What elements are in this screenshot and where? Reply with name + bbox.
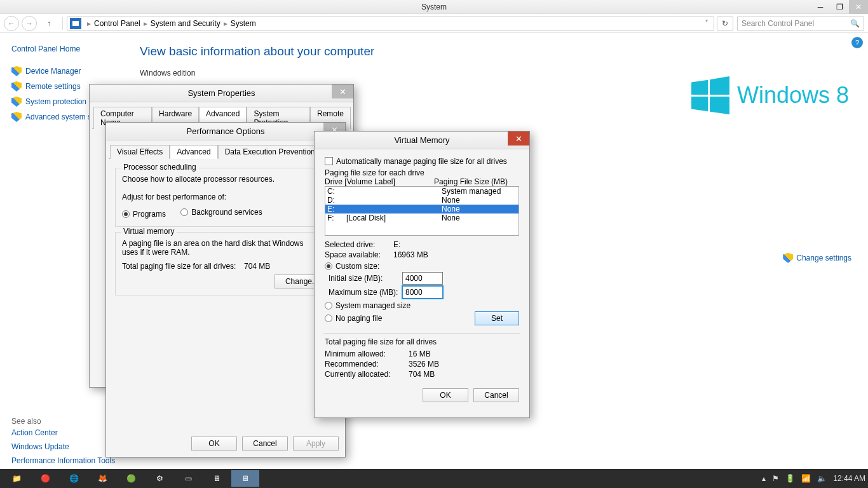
up-button[interactable]: ↑ xyxy=(42,19,56,28)
close-icon[interactable]: ✕ xyxy=(332,85,353,98)
tray-wifi-icon[interactable]: 📶 xyxy=(801,474,811,483)
radio-no-paging-file[interactable]: No paging file xyxy=(325,314,382,323)
maximum-size-input[interactable] xyxy=(402,286,443,299)
tab-visual-effects[interactable]: Visual Effects xyxy=(110,145,170,159)
tray-clock[interactable]: 12:44 AM xyxy=(833,474,865,483)
address-bar[interactable]: ▸ Control Panel ▸ System and Security ▸ … xyxy=(67,17,714,30)
drive-row[interactable]: C:System managed xyxy=(325,187,519,196)
processor-scheduling-group: Processor scheduling Choose how to alloc… xyxy=(115,168,336,227)
chevron-right-icon[interactable]: ▸ xyxy=(85,19,93,28)
search-icon[interactable]: 🔍 xyxy=(850,19,860,28)
maximum-size-field: Maximum size (MB): xyxy=(321,286,523,299)
taskbar-app-active[interactable]: 🖥 xyxy=(231,470,259,487)
svg-marker-0 xyxy=(691,80,708,95)
chevron-down-icon[interactable]: ˅ xyxy=(703,19,710,28)
windows-logo-icon xyxy=(691,76,729,114)
checkbox-icon xyxy=(325,157,333,165)
drive-row[interactable]: D:None xyxy=(325,196,519,205)
windows8-brand: Windows 8 xyxy=(691,76,849,114)
col-drive: Drive [Volume Label] xyxy=(325,177,434,186)
pfs-label: Paging file size for each drive xyxy=(325,168,523,177)
search-placeholder: Search Control Panel xyxy=(742,19,850,28)
shield-icon xyxy=(11,112,22,122)
initial-size-field: Initial size (MB): xyxy=(321,272,523,285)
seealso-action-center[interactable]: Action Center xyxy=(11,426,121,440)
cancel-button[interactable]: Cancel xyxy=(242,437,288,451)
cancel-button[interactable]: Cancel xyxy=(473,388,519,402)
tray-battery-icon[interactable]: 🔋 xyxy=(785,474,795,483)
shield-icon xyxy=(783,253,793,263)
refresh-button[interactable]: ↻ xyxy=(717,17,733,30)
seealso-windows-update[interactable]: Windows Update xyxy=(11,440,121,454)
sidebar-item-device-manager[interactable]: Device Manager xyxy=(11,64,121,79)
taskbar-app-4[interactable]: ▭ xyxy=(174,470,202,487)
performance-tabs: Visual Effects Advanced Data Execution P… xyxy=(109,144,342,159)
windows8-text: Windows 8 xyxy=(737,82,849,109)
change-settings-link[interactable]: Change settings xyxy=(783,253,851,263)
radio-background-services[interactable]: Background services xyxy=(180,208,262,217)
see-also-heading: See also xyxy=(11,417,121,426)
taskbar-firefox[interactable]: 🦊 xyxy=(88,470,116,487)
maximize-button[interactable]: ❐ xyxy=(830,0,849,14)
search-input[interactable]: Search Control Panel 🔍 xyxy=(737,17,864,30)
forward-button[interactable]: → xyxy=(22,16,37,31)
proc-desc: Choose how to allocate processor resourc… xyxy=(122,175,329,184)
tray-volume-icon[interactable]: 🔈 xyxy=(817,474,827,483)
control-panel-home-link[interactable]: Control Panel Home xyxy=(11,42,121,56)
system-properties-title[interactable]: System Properties ✕ xyxy=(90,85,353,102)
crumb-1[interactable]: System and Security xyxy=(149,19,222,28)
chevron-right-icon[interactable]: ▸ xyxy=(142,19,149,28)
main-content: View basic information about your comput… xyxy=(140,44,868,78)
back-button[interactable]: ← xyxy=(4,16,19,31)
crumb-0[interactable]: Control Panel xyxy=(93,19,142,28)
taskbar[interactable]: 📁 🔴 🌐 🦊 🟢 ⚙ ▭ 🖥 🖥 ▴ ⚑ 🔋 📶 🔈 12:44 AM xyxy=(0,469,868,488)
vm-desc: A paging file is an area on the hard dis… xyxy=(122,239,313,257)
taskbar-app-2[interactable]: 🌐 xyxy=(60,470,88,487)
total-pf-label: Total paging file size for all drives xyxy=(325,337,519,346)
adjust-label: Adjust for best performance of: xyxy=(122,193,329,201)
chevron-right-icon[interactable]: ▸ xyxy=(222,19,229,28)
virtual-memory-title[interactable]: Virtual Memory ✕ xyxy=(315,132,529,149)
nav-bar: ← → ↑ ▸ Control Panel ▸ System and Secur… xyxy=(0,14,868,33)
performance-options-title[interactable]: Performance Options ✕ xyxy=(106,123,345,140)
taskbar-app-1[interactable]: 🔴 xyxy=(31,470,59,487)
window-title: System xyxy=(421,3,447,11)
shield-icon xyxy=(11,97,22,107)
drive-row[interactable]: E:None xyxy=(325,205,519,214)
close-icon[interactable]: ✕ xyxy=(508,132,529,146)
taskbar-app-3[interactable]: ⚙ xyxy=(146,470,173,487)
svg-marker-3 xyxy=(710,97,729,114)
taskbar-file-explorer[interactable]: 📁 xyxy=(3,470,31,487)
virtual-memory-group: Virtual memory A paging file is an area … xyxy=(115,232,336,295)
auto-manage-checkbox[interactable]: Automatically manage paging file size fo… xyxy=(325,157,523,166)
drive-row[interactable]: F:[Local Disk]None xyxy=(325,214,519,222)
drive-list[interactable]: C:System managedD:NoneE:NoneF:[Local Dis… xyxy=(325,186,519,236)
shield-icon xyxy=(11,81,22,92)
apply-button[interactable]: Apply xyxy=(293,437,339,451)
page-heading: View basic information about your comput… xyxy=(140,44,868,58)
taskbar-chrome[interactable]: 🟢 xyxy=(117,470,145,487)
col-pfs: Paging File Size (MB) xyxy=(434,177,508,186)
virtual-memory-dialog: Virtual Memory ✕ Automatically manage pa… xyxy=(314,131,530,418)
radio-custom-size[interactable]: Custom size: xyxy=(325,262,379,271)
shield-icon xyxy=(11,66,22,76)
svg-marker-1 xyxy=(710,76,729,95)
tray-chevron-icon[interactable]: ▴ xyxy=(762,474,766,483)
taskbar-app-5[interactable]: 🖥 xyxy=(203,470,231,487)
initial-size-input[interactable] xyxy=(402,272,443,285)
window-title-bar: System ─ ❐ ✕ xyxy=(0,0,868,14)
radio-programs[interactable]: Programs xyxy=(122,210,166,219)
crumb-2[interactable]: System xyxy=(229,19,257,28)
tray-flag-icon[interactable]: ⚑ xyxy=(772,474,779,483)
seealso-perf-info-tools[interactable]: Performance Information Tools xyxy=(11,454,121,468)
radio-system-managed[interactable]: System managed size xyxy=(325,301,410,310)
control-panel-icon xyxy=(70,18,81,29)
performance-options-dialog: Performance Options ✕ Visual Effects Adv… xyxy=(105,122,346,458)
set-button[interactable]: Set xyxy=(475,311,519,325)
ok-button[interactable]: OK xyxy=(191,437,237,451)
tab-advanced[interactable]: Advanced xyxy=(170,145,217,159)
ok-button[interactable]: OK xyxy=(423,388,468,402)
minimize-button[interactable]: ─ xyxy=(811,0,830,14)
tab-dep[interactable]: Data Execution Prevention xyxy=(218,145,322,159)
close-button[interactable]: ✕ xyxy=(849,0,868,14)
